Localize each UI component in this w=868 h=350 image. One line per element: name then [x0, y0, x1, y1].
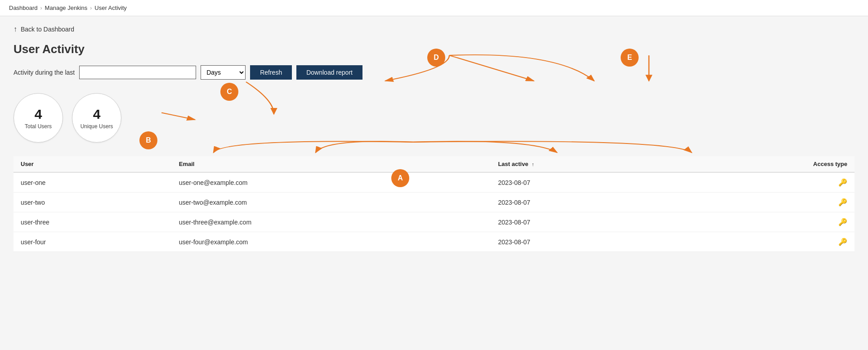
download-report-button[interactable]: Download report: [296, 65, 362, 80]
col-header-email[interactable]: Email: [172, 156, 491, 172]
cell-last-active-0: 2023-08-07: [491, 172, 676, 193]
back-link-label: Back to Dashboard: [21, 26, 74, 33]
back-to-dashboard[interactable]: ↑ Back to Dashboard: [13, 25, 74, 33]
cell-email-1: user-two@example.com: [172, 193, 491, 212]
key-icon: 🔑: [838, 218, 847, 226]
breadcrumb-sep-1: ›: [40, 5, 42, 11]
breadcrumb-user-activity: User Activity: [94, 4, 127, 11]
cell-user-1: user-two: [13, 193, 172, 212]
total-users-label: Total Users: [25, 123, 52, 130]
breadcrumb-dashboard[interactable]: Dashboard: [9, 4, 38, 11]
cell-access-type-0: 🔑: [676, 172, 855, 193]
key-icon: 🔑: [838, 198, 847, 206]
unique-users-value: 4: [93, 107, 101, 121]
content-area: A B C D E: [0, 16, 868, 261]
cell-last-active-1: 2023-08-07: [491, 193, 676, 212]
cell-email-2: user-three@example.com: [172, 212, 491, 232]
table-header-row: User Email Last active ↑ Access type: [13, 156, 855, 172]
back-arrow-icon: ↑: [13, 25, 17, 33]
cell-user-0: user-one: [13, 172, 172, 193]
table-body: user-one user-one@example.com 2023-08-07…: [13, 172, 855, 252]
total-users-circle: 4 Total Users: [13, 93, 63, 143]
cell-user-3: user-four: [13, 232, 172, 252]
breadcrumb-bar: Dashboard › Manage Jenkins › User Activi…: [0, 0, 868, 16]
user-table: User Email Last active ↑ Access type us: [13, 156, 855, 252]
unique-users-label: Unique Users: [81, 123, 113, 130]
sort-indicator-last-active: ↑: [532, 162, 534, 167]
col-header-user[interactable]: User: [13, 156, 172, 172]
cell-last-active-3: 2023-08-07: [491, 232, 676, 252]
breadcrumb-manage-jenkins[interactable]: Manage Jenkins: [45, 4, 88, 11]
cell-email-0: user-one@example.com: [172, 172, 491, 193]
breadcrumb-sep-2: ›: [90, 5, 92, 11]
cell-access-type-1: 🔑: [676, 193, 855, 212]
activity-days-input[interactable]: [79, 66, 196, 79]
table-row: user-two user-two@example.com 2023-08-07…: [13, 193, 855, 212]
cell-last-active-2: 2023-08-07: [491, 212, 676, 232]
filter-row: Activity during the last Days Weeks Mont…: [13, 65, 855, 80]
cell-access-type-2: 🔑: [676, 212, 855, 232]
cell-access-type-3: 🔑: [676, 232, 855, 252]
key-icon: 🔑: [838, 179, 847, 186]
page-title: User Activity: [13, 42, 855, 56]
refresh-button[interactable]: Refresh: [250, 65, 292, 80]
col-header-access-type: Access type: [676, 156, 855, 172]
table-row: user-three user-three@example.com 2023-0…: [13, 212, 855, 232]
period-select[interactable]: Days Weeks Months: [201, 65, 246, 80]
total-users-value: 4: [35, 107, 42, 121]
key-icon: 🔑: [838, 238, 847, 246]
unique-users-circle: 4 Unique Users: [72, 93, 121, 143]
stats-row: 4 Total Users 4 Unique Users: [13, 93, 855, 143]
table-header: User Email Last active ↑ Access type: [13, 156, 855, 172]
col-header-last-active[interactable]: Last active ↑: [491, 156, 676, 172]
cell-email-3: user-four@example.com: [172, 232, 491, 252]
filter-label: Activity during the last: [13, 69, 75, 76]
table-row: user-one user-one@example.com 2023-08-07…: [13, 172, 855, 193]
table-row: user-four user-four@example.com 2023-08-…: [13, 232, 855, 252]
cell-user-2: user-three: [13, 212, 172, 232]
